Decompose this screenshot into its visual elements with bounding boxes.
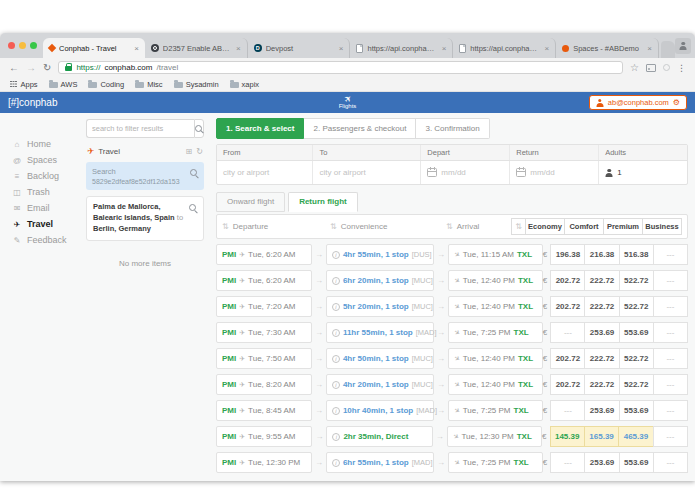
window-minimize-button[interactable] xyxy=(19,42,26,49)
arrival-cell[interactable]: ✈Tue, 12:30 PMTXL xyxy=(447,426,542,447)
address-bar[interactable]: https://conphab.com/travel xyxy=(58,61,623,74)
to-field[interactable]: city or airport xyxy=(313,161,421,184)
route-item[interactable]: Palma de Mallorca, Balearic Islands, Spa… xyxy=(86,196,204,241)
economy-price[interactable]: 202.72 xyxy=(550,374,585,395)
fare-class-comfort[interactable]: Comfort xyxy=(564,218,604,235)
back-icon[interactable]: ← xyxy=(9,63,19,73)
browser-menu-icon[interactable]: ⋮ xyxy=(677,63,686,73)
sidebar-item-feedback[interactable]: ✎ Feedback xyxy=(12,232,82,248)
premium-price[interactable]: 553.69 xyxy=(619,400,654,421)
bookmark-folder-xapix[interactable]: xapix xyxy=(230,80,260,89)
economy-price[interactable]: 196.38 xyxy=(550,244,585,265)
step-search-select[interactable]: 1. Search & select xyxy=(216,118,304,139)
return-field[interactable]: mm/dd xyxy=(510,161,599,184)
comfort-price[interactable]: 222.72 xyxy=(584,296,619,317)
bookmark-star-icon[interactable]: ☆ xyxy=(630,62,639,73)
bookmark-folder-aws[interactable]: AWS xyxy=(49,80,78,89)
close-tab-icon[interactable]: × xyxy=(134,44,139,53)
economy-price[interactable]: --- xyxy=(550,400,585,421)
sidebar-item-backlog[interactable]: ≡ Backlog xyxy=(12,168,82,184)
depart-field[interactable]: mm/dd xyxy=(421,161,510,184)
business-price[interactable]: --- xyxy=(653,296,688,317)
departure-cell[interactable]: PMI✈Tue, 8:20 AM xyxy=(216,374,312,395)
convenience-cell[interactable]: i2hr 35min, Direct xyxy=(326,426,432,447)
extension-icon[interactable] xyxy=(663,64,670,71)
convenience-cell[interactable]: i4hr 20min, 1 stop[MUC] xyxy=(326,374,434,395)
sidebar-item-email[interactable]: ✉ Email xyxy=(12,200,82,216)
tab-onward-flight[interactable]: Onward flight xyxy=(216,192,285,212)
sidebar-item-travel[interactable]: ✈ Travel xyxy=(12,216,82,232)
business-price[interactable]: --- xyxy=(653,374,688,395)
departure-cell[interactable]: PMI✈Tue, 7:30 AM xyxy=(216,322,312,343)
business-price[interactable]: --- xyxy=(653,400,688,421)
filter-search-input[interactable] xyxy=(86,119,194,138)
sort-icon[interactable]: ⇅ xyxy=(330,222,337,231)
economy-price[interactable]: 145.39 xyxy=(550,426,585,447)
business-price[interactable]: --- xyxy=(653,244,688,265)
business-price[interactable]: --- xyxy=(653,322,688,343)
convenience-cell[interactable]: i4hr 50min, 1 stop[MUC] xyxy=(326,348,434,369)
step-passengers-checkout[interactable]: 2. Passengers & checkout xyxy=(304,118,416,139)
departure-cell[interactable]: PMI✈Tue, 6:20 AM xyxy=(216,244,312,265)
col-arrival[interactable]: Arrival xyxy=(457,222,480,231)
departure-cell[interactable]: PMI✈Tue, 6:20 AM xyxy=(216,270,312,291)
economy-price[interactable]: --- xyxy=(550,452,585,473)
sort-icon[interactable]: ⇅ xyxy=(446,222,453,231)
departure-cell[interactable]: PMI✈Tue, 9:55 AM xyxy=(216,426,312,447)
app-brand[interactable]: [#]conphab xyxy=(8,97,58,108)
tab-return-flight[interactable]: Return flight xyxy=(288,192,358,212)
premium-price[interactable]: 522.72 xyxy=(619,348,654,369)
premium-price[interactable]: 522.72 xyxy=(619,270,654,291)
window-zoom-button[interactable] xyxy=(30,42,37,49)
comfort-price[interactable]: 253.69 xyxy=(584,452,619,473)
economy-price[interactable]: 202.72 xyxy=(550,270,585,291)
browser-tab-devpost[interactable]: Devpost × xyxy=(248,38,351,58)
browser-tab-api-1[interactable]: https://api.conphab.com/ab × xyxy=(350,38,453,58)
price-sort-button[interactable]: ⇅ xyxy=(511,218,526,235)
forward-icon[interactable]: → xyxy=(26,63,36,73)
sidebar-item-home[interactable]: ⌂ Home xyxy=(12,136,82,152)
reload-icon[interactable]: ↻ xyxy=(43,63,51,73)
bookmark-folder-sysadmin[interactable]: Sysadmin xyxy=(174,80,219,89)
convenience-cell[interactable]: i6hr 55min, 1 stop[MAD] xyxy=(326,452,434,473)
departure-cell[interactable]: PMI✈Tue, 7:20 AM xyxy=(216,296,312,317)
business-price[interactable]: --- xyxy=(653,270,688,291)
browser-tab-d2357[interactable]: D2357 Enable ABEndpo × xyxy=(145,38,248,58)
arrival-cell[interactable]: ✈Tue, 11:15 AMTXL xyxy=(448,244,543,265)
sort-icon[interactable]: ⇅ xyxy=(222,222,229,231)
browser-tab-conphab-travel[interactable]: Conphab - Travel × xyxy=(43,38,145,58)
arrival-cell[interactable]: ✈Tue, 12:40 PMTXL xyxy=(448,348,543,369)
saved-search-item[interactable]: Search 5829e2dfeaf8e52df12da153 xyxy=(86,162,204,190)
close-tab-icon[interactable]: × xyxy=(544,44,549,53)
browser-profile-button[interactable] xyxy=(675,38,691,54)
from-field[interactable]: city or airport xyxy=(217,161,313,184)
arrival-cell[interactable]: ✈Tue, 7:25 PMTXL xyxy=(448,322,543,343)
filter-search-button[interactable] xyxy=(194,119,204,138)
convenience-cell[interactable]: i5hr 20min, 1 stop[MUC] xyxy=(326,296,434,317)
comfort-price[interactable]: 253.69 xyxy=(584,322,619,343)
browser-tab-spaces[interactable]: Spaces - #ABDemo × xyxy=(556,38,659,58)
premium-price[interactable]: 522.72 xyxy=(619,296,654,317)
new-tab-button[interactable] xyxy=(661,41,675,58)
departure-cell[interactable]: PMI✈Tue, 12:30 PM xyxy=(216,452,312,473)
departure-cell[interactable]: PMI✈Tue, 8:45 AM xyxy=(216,400,312,421)
convenience-cell[interactable]: i4hr 55min, 1 stop[DUS] xyxy=(326,244,434,265)
economy-price[interactable]: 202.72 xyxy=(550,296,585,317)
business-price[interactable]: --- xyxy=(653,426,688,447)
convenience-cell[interactable]: i10hr 40min, 1 stop[MAD] xyxy=(326,400,434,421)
adults-field[interactable]: 1 xyxy=(599,161,687,184)
fare-class-premium[interactable]: Premium xyxy=(603,218,643,235)
convenience-cell[interactable]: i11hr 55min, 1 stop[MAD] xyxy=(326,322,434,343)
convenience-cell[interactable]: i6hr 20min, 1 stop[MUC] xyxy=(326,270,434,291)
sidebar-item-trash[interactable]: ◫ Trash xyxy=(12,184,82,200)
sidebar-item-spaces[interactable]: @ Spaces xyxy=(12,152,82,168)
economy-price[interactable]: --- xyxy=(550,322,585,343)
arrival-cell[interactable]: ✈Tue, 7:25 PMTXL xyxy=(448,452,543,473)
premium-price[interactable]: 516.38 xyxy=(619,244,654,265)
close-tab-icon[interactable]: × xyxy=(236,44,241,53)
bookmark-apps[interactable]: Apps xyxy=(10,80,38,89)
fare-class-business[interactable]: Business xyxy=(642,218,682,235)
arrival-cell[interactable]: ✈Tue, 12:40 PMTXL xyxy=(448,270,543,291)
window-close-button[interactable] xyxy=(8,42,15,49)
arrival-cell[interactable]: ✈Tue, 12:40 PMTXL xyxy=(448,374,543,395)
